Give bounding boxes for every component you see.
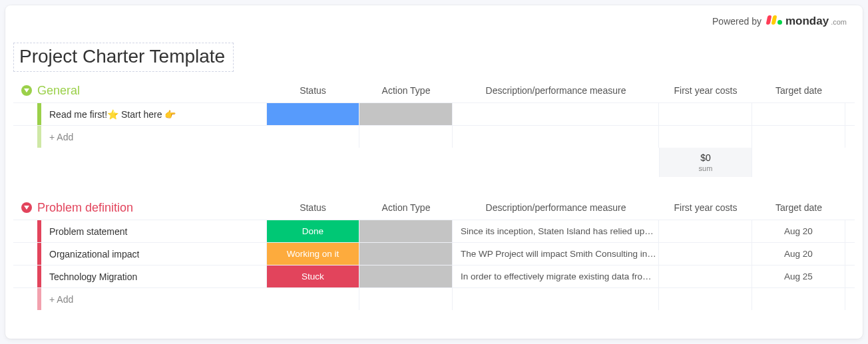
- footer-spacer: [359, 148, 453, 177]
- status-cell[interactable]: Stuck: [266, 265, 359, 287]
- brand-name: monday: [785, 15, 829, 28]
- chevron-down-icon[interactable]: [21, 85, 32, 96]
- sum-value: $0: [700, 152, 711, 163]
- group: Problem definitionStatusAction TypeDescr…: [13, 196, 855, 310]
- column-header-action-type[interactable]: Action Type: [359, 198, 453, 217]
- footer-spacer: [453, 148, 659, 177]
- empty-cell: [659, 126, 752, 148]
- empty-cell: [359, 126, 453, 148]
- group-header: Problem definitionStatusAction TypeDescr…: [13, 196, 855, 220]
- table-row[interactable]: Organizational impactWorking on itThe WP…: [13, 242, 855, 265]
- add-label: + Add: [37, 294, 73, 305]
- empty-cell: [453, 126, 659, 148]
- status-cell[interactable]: Done: [266, 220, 359, 242]
- first-year-costs-cell[interactable]: [659, 103, 752, 125]
- status-cell[interactable]: [266, 103, 359, 125]
- row-name-cell[interactable]: Organizational impact: [13, 243, 266, 265]
- row-name: Technology Migration: [37, 271, 137, 282]
- row-accent: [37, 288, 41, 310]
- powered-by[interactable]: Powered by monday.com: [712, 15, 847, 28]
- status-cell[interactable]: Working on it: [266, 243, 359, 265]
- empty-cell: [752, 288, 845, 310]
- row-name-cell[interactable]: Technology Migration: [13, 265, 266, 287]
- footer-spacer: [13, 148, 266, 177]
- first-year-costs-cell[interactable]: [659, 243, 752, 265]
- target-date-cell[interactable]: Aug 25: [752, 265, 845, 287]
- column-header-description[interactable]: Description/performance measure: [453, 198, 659, 217]
- row-name: Read me first!⭐ Start here 👉: [37, 109, 176, 120]
- action-type-cell[interactable]: [359, 243, 453, 265]
- first-year-costs-sum: $0sum: [659, 148, 752, 177]
- table-row[interactable]: Technology MigrationStuckIn order to eff…: [13, 265, 855, 287]
- description-cell[interactable]: [453, 103, 659, 125]
- empty-cell: [266, 288, 359, 310]
- description-cell[interactable]: The WP Project will impact Smith Consult…: [453, 243, 659, 265]
- add-row[interactable]: + Add: [13, 287, 855, 310]
- group-name-cell[interactable]: Problem definition: [13, 201, 266, 215]
- description-cell[interactable]: Since its inception, Staten Island has r…: [453, 220, 659, 242]
- monday-logo: monday.com: [767, 15, 847, 28]
- empty-cell: [659, 288, 752, 310]
- row-accent: [37, 243, 41, 265]
- sum-label: sum: [699, 164, 713, 172]
- add-label: + Add: [37, 132, 73, 142]
- first-year-costs-cell[interactable]: [659, 220, 752, 242]
- empty-cell: [752, 126, 845, 148]
- footer-spacer: [266, 148, 359, 177]
- row-accent: [37, 103, 41, 125]
- row-name-cell[interactable]: Problem statement: [13, 220, 266, 242]
- chevron-down-icon[interactable]: [21, 202, 32, 213]
- group-footer: $0sum: [13, 148, 855, 177]
- action-type-cell[interactable]: [359, 265, 453, 287]
- group-name: General: [37, 84, 80, 98]
- row-name-cell[interactable]: Read me first!⭐ Start here 👉: [13, 103, 266, 125]
- target-date-cell[interactable]: [752, 103, 845, 125]
- table-row[interactable]: Read me first!⭐ Start here 👉: [13, 102, 855, 125]
- column-header-target-date[interactable]: Target date: [752, 81, 845, 100]
- monday-logo-icon: [767, 15, 782, 25]
- powered-by-label: Powered by: [712, 16, 761, 27]
- row-name: Problem statement: [37, 226, 128, 237]
- column-header-description[interactable]: Description/performance measure: [453, 81, 659, 100]
- row-accent: [37, 265, 41, 287]
- description-cell[interactable]: In order to effectively migrate existing…: [453, 265, 659, 287]
- action-type-cell[interactable]: [359, 103, 453, 125]
- add-row-name-cell[interactable]: + Add: [13, 126, 266, 148]
- board-card: Powered by monday.com Project Charter Te…: [5, 5, 863, 339]
- brand-suffix: .com: [831, 18, 847, 26]
- empty-cell: [359, 288, 453, 310]
- group-name-cell[interactable]: General: [13, 84, 266, 98]
- target-date-cell[interactable]: Aug 20: [752, 243, 845, 265]
- target-date-cell[interactable]: Aug 20: [752, 220, 845, 242]
- empty-cell: [266, 126, 359, 148]
- column-header-status[interactable]: Status: [266, 81, 359, 100]
- group: GeneralStatusAction TypeDescription/perf…: [13, 79, 855, 177]
- add-row[interactable]: + Add: [13, 125, 855, 148]
- add-row-name-cell[interactable]: + Add: [13, 288, 266, 310]
- board-scroll-pane[interactable]: Project Charter Template GeneralStatusAc…: [5, 37, 863, 339]
- column-header-action-type[interactable]: Action Type: [359, 81, 453, 100]
- row-accent: [37, 126, 41, 148]
- column-header-status[interactable]: Status: [266, 198, 359, 217]
- column-header-target-date[interactable]: Target date: [752, 198, 845, 217]
- empty-cell: [453, 288, 659, 310]
- column-header-first-year-costs[interactable]: First year costs: [659, 81, 752, 100]
- page-title: Project Charter Template: [19, 46, 225, 67]
- column-header-first-year-costs[interactable]: First year costs: [659, 198, 752, 217]
- row-accent: [37, 220, 41, 242]
- table-row[interactable]: Problem statementDoneSince its inception…: [13, 220, 855, 242]
- page-title-wrap[interactable]: Project Charter Template: [13, 43, 234, 72]
- footer-spacer: [752, 148, 845, 177]
- group-name: Problem definition: [37, 201, 133, 215]
- group-header: GeneralStatusAction TypeDescription/perf…: [13, 79, 855, 102]
- first-year-costs-cell[interactable]: [659, 265, 752, 287]
- action-type-cell[interactable]: [359, 220, 453, 242]
- row-name: Organizational impact: [37, 249, 139, 259]
